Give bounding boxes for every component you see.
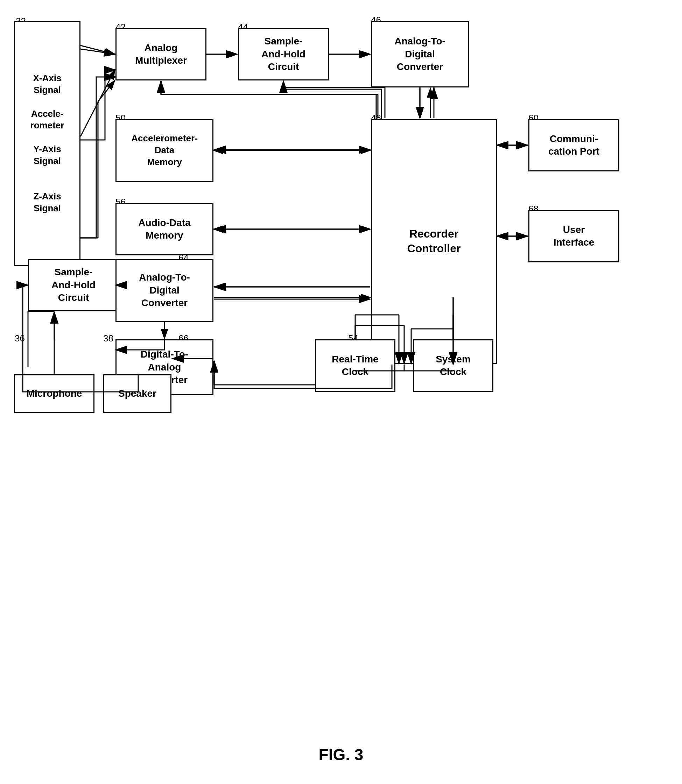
ref-38: 38 [103,333,113,344]
audio-mem-box: Audio-DataMemory [115,203,214,255]
sample-hold-1-box: Sample-And-HoldCircuit [238,28,329,81]
svg-line-3 [80,46,115,54]
microphone-box: Microphone [14,374,94,413]
analog-mux-box: AnalogMultiplexer [115,28,206,81]
comm-port-box: Communi-cation Port [528,119,619,172]
svg-line-4 [80,70,115,137]
ref-36: 36 [15,333,25,344]
diagram: 32 42 44 46 48 50 56 62 64 60 68 54 52 6… [0,0,682,735]
adc-2-box: Analog-To-DigitalConverter [115,259,214,322]
user-interface-box: UserInterface [528,210,619,262]
svg-line-7 [98,81,115,102]
figure-label: FIG. 3 [0,735,682,764]
accel-mem-box: Accelerometer-DataMemory [115,119,214,182]
accelerometer-box: X-AxisSignalAccele-rometerY-AxisSignalZ-… [14,21,80,266]
speaker-box: Speaker [103,374,172,413]
sample-hold-2-box: Sample-And-HoldCircuit [28,259,119,312]
system-clk-box: SystemClock [413,339,493,392]
real-time-clk-box: Real-TimeClock [315,339,395,392]
adc-1-box: Analog-To-DigitalConverter [371,21,469,87]
recorder-ctrl-box: RecorderController [371,119,497,364]
